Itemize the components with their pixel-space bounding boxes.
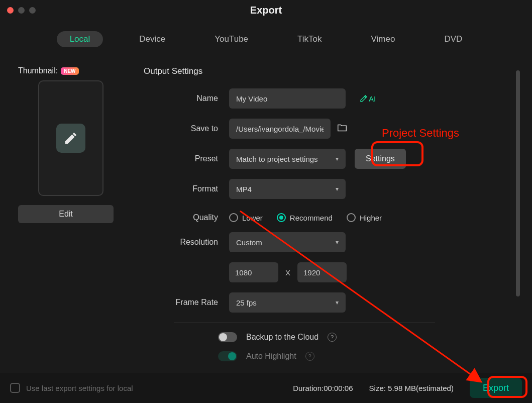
zoom-window-button[interactable] (29, 7, 36, 14)
framerate-select[interactable]: 25 fps ▾ (229, 292, 346, 313)
framerate-label: Frame Rate (144, 298, 229, 307)
titlebar: Export (0, 0, 532, 20)
backup-cloud-label: Backup to the Cloud (246, 333, 318, 342)
thumbnail-label: Thumbnail: (18, 66, 58, 75)
duration-info: Duration:00:00:06 (293, 384, 353, 392)
minimize-window-button[interactable] (18, 7, 25, 14)
output-settings-title: Output Settings (144, 66, 522, 76)
tab-tiktok[interactable]: TikTok (284, 31, 335, 47)
saveto-input[interactable] (229, 119, 331, 139)
quality-higher[interactable]: Higher (347, 213, 382, 222)
preset-select[interactable]: Match to project settings ▾ (229, 149, 346, 169)
folder-icon[interactable] (337, 122, 348, 135)
resolution-height-input[interactable] (297, 262, 347, 282)
thumbnail-column: Thumbnail: NEW Edit (18, 66, 124, 348)
tab-device[interactable]: Device (126, 31, 178, 47)
tab-local[interactable]: Local (57, 31, 103, 47)
saveto-label: Save to (144, 124, 229, 133)
tab-dvd[interactable]: DVD (431, 31, 475, 47)
auto-highlight-toggle[interactable] (218, 351, 237, 361)
tab-youtube[interactable]: YouTube (201, 31, 261, 47)
edit-thumbnail-button[interactable]: Edit (18, 205, 114, 223)
chevron-down-icon: ▾ (336, 155, 339, 162)
preset-value: Match to project settings (236, 155, 318, 163)
quality-label: Quality (144, 213, 229, 222)
format-value: MP4 (236, 185, 252, 193)
export-tabs: Local Device YouTube TikTok Vimeo DVD (0, 31, 532, 47)
scrollbar[interactable] (516, 70, 520, 296)
new-badge: NEW (61, 67, 78, 75)
resolution-width-input[interactable] (229, 262, 278, 282)
preset-label: Preset (144, 154, 229, 163)
size-info: Size: 5.98 MB(estimated) (369, 384, 454, 392)
quality-radio-group: Lower Recommend Higher (229, 213, 382, 222)
window-controls (7, 7, 36, 14)
main-content: Thumbnail: NEW Edit Output Settings Name… (18, 66, 522, 348)
name-label: Name (144, 94, 229, 103)
quality-lower[interactable]: Lower (229, 213, 263, 222)
tab-vimeo[interactable]: Vimeo (358, 31, 408, 47)
bottom-bar: Use last export settings for local Durat… (0, 373, 532, 403)
use-last-settings-label: Use last export settings for local (26, 384, 133, 392)
resolution-label: Resolution (144, 238, 229, 247)
chevron-down-icon: ▾ (336, 299, 339, 306)
format-label: Format (144, 184, 229, 193)
framerate-value: 25 fps (236, 298, 257, 307)
resolution-select[interactable]: Custom ▾ (229, 232, 346, 252)
divider (174, 323, 435, 323)
chevron-down-icon: ▾ (336, 239, 339, 246)
thumbnail-preview[interactable] (38, 80, 103, 196)
use-last-settings-checkbox[interactable] (10, 383, 20, 393)
ai-name-button[interactable]: AI (360, 94, 376, 103)
help-icon[interactable]: ? (328, 333, 337, 342)
backup-cloud-toggle[interactable] (218, 332, 237, 342)
window-title: Export (0, 5, 532, 16)
resolution-value: Custom (236, 238, 262, 247)
close-window-button[interactable] (7, 7, 14, 14)
auto-highlight-label: Auto Highlight (246, 352, 296, 361)
format-select[interactable]: MP4 ▾ (229, 179, 346, 199)
export-button[interactable]: Export (470, 378, 522, 398)
resolution-separator: X (285, 268, 290, 277)
name-input[interactable] (229, 88, 346, 109)
output-settings-panel: Output Settings Name AI Save to Preset M… (144, 66, 522, 348)
chevron-down-icon: ▾ (336, 185, 339, 192)
preset-settings-button[interactable]: Settings (355, 149, 406, 169)
thumbnail-placeholder-icon (56, 124, 85, 153)
quality-recommend[interactable]: Recommend (277, 213, 333, 222)
help-icon[interactable]: ? (305, 352, 314, 361)
